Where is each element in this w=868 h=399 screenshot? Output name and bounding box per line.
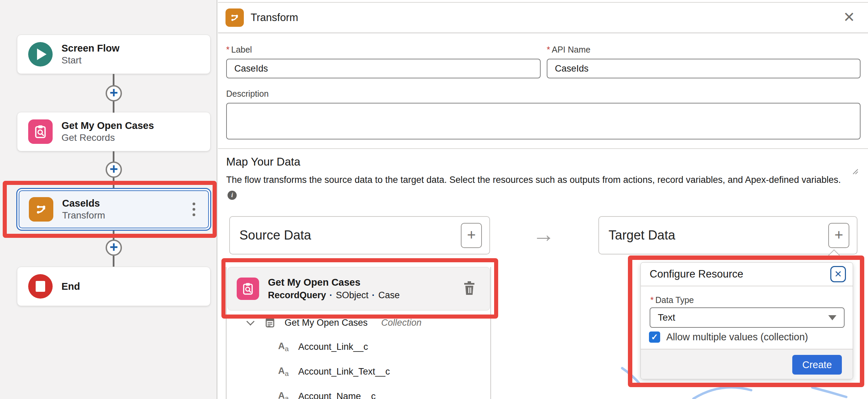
map-your-data-help-text: The flow transforms the source data to t… bbox=[226, 175, 865, 185]
collection-icon bbox=[264, 317, 276, 328]
popup-footer: Create bbox=[641, 349, 853, 379]
node-transform-selected[interactable]: CaseIds Transform bbox=[16, 188, 211, 231]
add-source-data-button[interactable]: + bbox=[461, 223, 482, 248]
node-subtitle: Transform bbox=[62, 209, 105, 222]
end-icon bbox=[28, 274, 53, 299]
stop-icon bbox=[36, 281, 45, 292]
label-input[interactable] bbox=[226, 59, 541, 78]
text-type-icon: Aa bbox=[278, 341, 289, 353]
text-type-icon: Aa bbox=[278, 391, 289, 399]
data-type-label: *Data Type bbox=[650, 295, 694, 305]
map-your-data-heading: Map Your Data bbox=[226, 155, 300, 168]
data-type-value: Text bbox=[658, 312, 675, 323]
add-element-button[interactable]: + bbox=[106, 85, 122, 101]
source-data-item[interactable]: Get My Open Cases RecordQuery·SObject·Ca… bbox=[228, 267, 490, 310]
node-subtitle: Get Records bbox=[61, 132, 154, 144]
description-field-group: Description bbox=[226, 89, 861, 141]
source-data-title: Source Data bbox=[239, 228, 311, 243]
clipboard-search-icon bbox=[241, 282, 255, 296]
get-records-icon bbox=[237, 278, 259, 300]
delete-source-button[interactable] bbox=[463, 281, 476, 297]
label-field-group: *Label bbox=[226, 45, 541, 78]
node-end[interactable]: End bbox=[17, 267, 211, 306]
add-target-data-button[interactable]: + bbox=[828, 223, 849, 248]
node-start[interactable]: Screen Flow Start bbox=[17, 35, 211, 74]
transform-property-panel: Transform ✕ *Label *API Name Description… bbox=[218, 0, 868, 399]
required-mark: * bbox=[547, 45, 550, 54]
source-data-panel: Source Data + bbox=[229, 216, 490, 254]
source-item-subtitle: RecordQuery·SObject·Case bbox=[268, 289, 400, 301]
transform-glyph-icon bbox=[229, 12, 241, 24]
start-flow-icon bbox=[28, 42, 53, 66]
tree-root-badge: Collection bbox=[381, 318, 422, 328]
api-name-field-group: *API Name bbox=[547, 45, 861, 78]
panel-title: Transform bbox=[251, 12, 298, 24]
required-mark: * bbox=[226, 45, 230, 54]
section-divider bbox=[218, 148, 868, 149]
tree-field-row[interactable]: Aa Account_Name__c bbox=[278, 391, 376, 399]
tree-field-label: Account_Link__c bbox=[298, 342, 368, 352]
transform-glyph-icon bbox=[33, 202, 49, 217]
tree-field-label: Account_Link_Text__c bbox=[298, 366, 390, 377]
info-icon[interactable]: i bbox=[228, 191, 237, 200]
trash-icon bbox=[463, 281, 476, 296]
tree-root-row[interactable]: Get My Open Cases Collection bbox=[248, 317, 421, 328]
label-field-label: Label bbox=[231, 45, 252, 54]
api-name-input[interactable] bbox=[547, 59, 861, 78]
configure-resource-popup: Configure Resource ✕ *Data Type Text ✓ A… bbox=[640, 262, 853, 379]
flow-builder-window: Screen Flow Start + Get My Open Cases Ge… bbox=[0, 0, 868, 399]
close-panel-button[interactable]: ✕ bbox=[843, 10, 855, 24]
data-type-dropdown[interactable]: Text bbox=[650, 307, 845, 328]
source-item-title: Get My Open Cases bbox=[268, 276, 400, 289]
popup-title: Configure Resource bbox=[650, 268, 743, 280]
transform-icon bbox=[225, 8, 244, 27]
chevron-down-icon[interactable] bbox=[246, 317, 254, 325]
flow-canvas[interactable]: Screen Flow Start + Get My Open Cases Ge… bbox=[0, 0, 217, 399]
target-data-title: Target Data bbox=[609, 228, 675, 243]
node-title: End bbox=[61, 280, 80, 292]
allow-multiple-checkbox[interactable]: ✓ bbox=[649, 331, 660, 343]
close-popup-button[interactable]: ✕ bbox=[830, 266, 846, 282]
node-title: CaseIds bbox=[62, 197, 105, 209]
clipboard-search-icon bbox=[33, 124, 48, 139]
node-menu-button[interactable] bbox=[193, 203, 195, 216]
tree-field-label: Account_Name__c bbox=[298, 391, 376, 399]
add-element-button[interactable]: + bbox=[106, 162, 122, 178]
dropdown-caret-icon bbox=[828, 315, 836, 320]
allow-multiple-label: Allow multiple values (collection) bbox=[666, 331, 808, 343]
source-to-target-arrow-icon: → bbox=[532, 221, 555, 247]
description-textarea[interactable] bbox=[226, 103, 861, 139]
description-field-label: Description bbox=[226, 89, 269, 98]
create-button[interactable]: Create bbox=[792, 355, 842, 375]
node-get-records[interactable]: Get My Open Cases Get Records bbox=[17, 112, 211, 151]
node-title: Screen Flow bbox=[61, 42, 120, 54]
popup-header: Configure Resource ✕ bbox=[641, 263, 853, 286]
tree-field-row[interactable]: Aa Account_Link__c bbox=[278, 341, 368, 353]
api-name-field-label: API Name bbox=[552, 45, 591, 54]
tree-root-label: Get My Open Cases bbox=[285, 318, 368, 328]
tree-field-row[interactable]: Aa Account_Link_Text__c bbox=[278, 366, 390, 378]
get-records-icon bbox=[28, 119, 53, 144]
node-title: Get My Open Cases bbox=[61, 119, 154, 132]
allow-multiple-row: ✓ Allow multiple values (collection) bbox=[649, 331, 808, 343]
target-data-panel: Target Data + bbox=[598, 216, 857, 254]
node-subtitle: Start bbox=[61, 54, 120, 66]
panel-header: Transform ✕ bbox=[218, 3, 868, 33]
resize-grip-icon[interactable] bbox=[851, 167, 858, 175]
text-type-icon: Aa bbox=[278, 366, 289, 378]
add-element-button[interactable]: + bbox=[106, 240, 122, 256]
play-icon bbox=[37, 49, 47, 60]
transform-icon bbox=[29, 197, 53, 222]
